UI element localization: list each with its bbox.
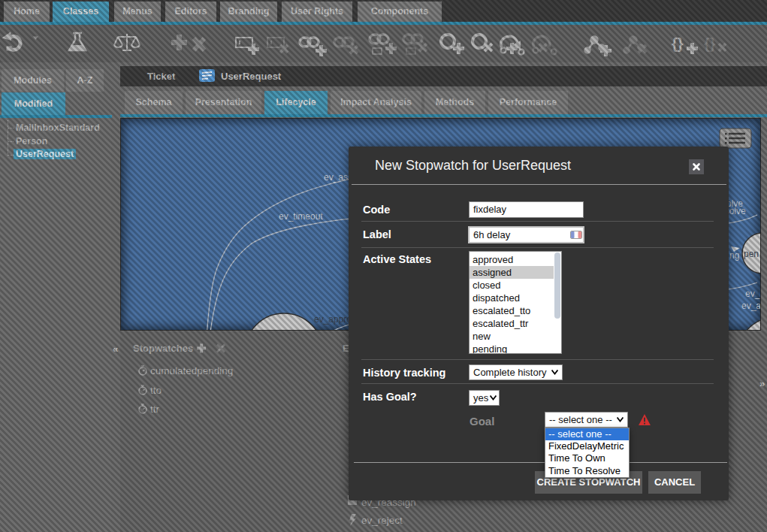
svg-text:ng: ng (729, 250, 739, 261)
svg-text:{}: {} (704, 35, 716, 52)
svg-text:{}: {} (672, 35, 684, 52)
svg-text:pen: pen (744, 249, 759, 259)
svg-text:ev_timeout: ev_timeout (279, 211, 323, 222)
svg-text:ev_re: ev_re (745, 289, 760, 299)
svg-text:ev_au: ev_au (741, 301, 760, 311)
